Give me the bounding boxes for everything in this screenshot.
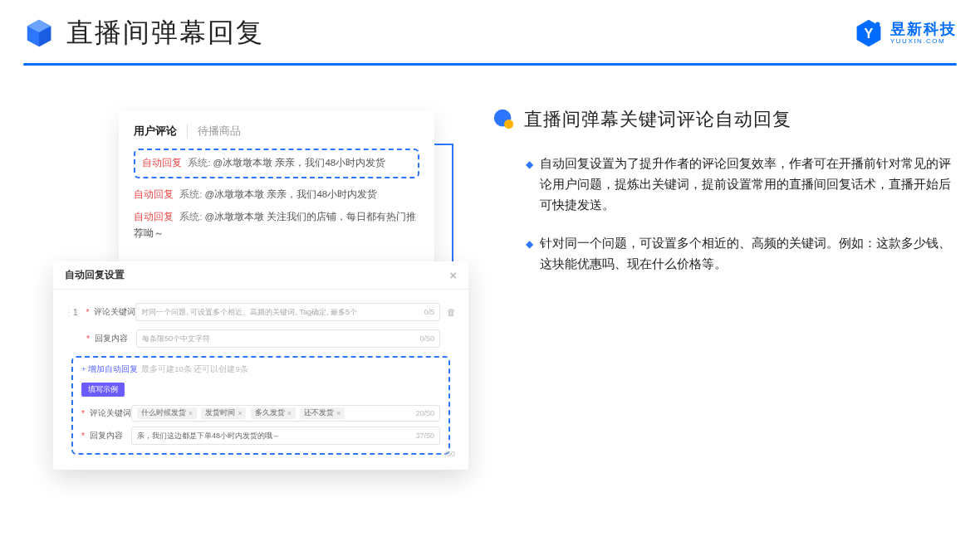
example-keyword-label: 评论关键词 — [90, 407, 131, 419]
logo: Y 昱新科技 YUUXIN.COM — [854, 18, 957, 48]
auto-reply-tag: 自动回复 — [142, 158, 182, 168]
tab-user-comments[interactable]: 用户评论 — [134, 124, 188, 139]
content-placeholder: 每条限50个中文字符 — [142, 334, 210, 344]
example-keyword-input[interactable]: 什么时候发货× 发货时间× 多久发货× 还不发货× 20/50 — [131, 405, 440, 422]
required-icon: * — [86, 308, 90, 317]
settings-card: 自动回复设置 × ⋮⋮ 1 * 评论关键词 对同一个问题, 可设置多个相近、高频… — [53, 261, 468, 470]
drag-icon[interactable]: ⋮⋮ — [65, 308, 70, 317]
logo-text: 昱新科技 — [890, 22, 957, 37]
add-reply-link[interactable]: + 增加自动回复最多可建10条 还可以创建9条 — [81, 364, 440, 375]
tab-products[interactable]: 待播商品 — [188, 124, 241, 139]
content-input[interactable]: 每条限50个中文字符 0/50 — [136, 329, 440, 348]
comment-text: @冰墩墩本墩 亲亲，我们48小时内发货 — [205, 189, 378, 199]
example-content-label: 回复内容 — [90, 430, 131, 441]
example-content-count: 37/50 — [415, 432, 434, 440]
section-title: 直播间弹幕关键词评论自动回复 — [524, 107, 791, 132]
logo-url: YUUXIN.COM — [890, 38, 957, 45]
keyword-count: 0/5 — [424, 308, 434, 316]
example-content-input[interactable]: 亲，我们这边都是下单48小时内发货的哦～ 37/50 — [131, 427, 440, 445]
extra-counter: /50 — [444, 450, 455, 458]
required-icon: * — [81, 409, 85, 418]
comment-text: @冰墩墩本墩 亲亲，我们48小时内发货 — [213, 158, 386, 168]
example-pill: 填写示例 — [81, 383, 125, 397]
example-content-text: 亲，我们这边都是下单48小时内发货的哦～ — [137, 431, 280, 441]
cube-icon — [23, 17, 55, 49]
row-index: 1 — [73, 308, 78, 317]
content-label: 回复内容 — [95, 333, 136, 344]
svg-point-7 — [504, 119, 513, 129]
keyword-tag[interactable]: 什么时候发货× — [137, 407, 197, 419]
svg-point-5 — [875, 22, 880, 27]
example-keyword-count: 20/50 — [415, 409, 434, 417]
paragraph-1: 自动回复设置为了提升作者的评论回复效率，作者可在开播前针对常见的评论用户问题，提… — [540, 154, 957, 215]
keyword-label: 评论关键词 — [94, 306, 135, 318]
required-icon: * — [81, 432, 85, 441]
keyword-placeholder: 对同一个问题, 可设置多个相近、高频的关键词, Tag确定, 最多5个 — [141, 307, 357, 318]
settings-title: 自动回复设置 — [65, 268, 125, 282]
paragraph-2: 针对同一个问题，可设置多个相近的、高频的关键词。例如：这款多少钱、这块能优惠吗、… — [540, 233, 957, 275]
content-count: 0/50 — [419, 334, 434, 343]
keyword-tag[interactable]: 发货时间× — [201, 407, 246, 419]
comment-highlight: 自动回复 系统: @冰墩墩本墩 亲亲，我们48小时内发货 — [134, 149, 419, 178]
page-title: 直播间弹幕回复 — [66, 15, 264, 51]
keyword-tag[interactable]: 多久发货× — [251, 407, 296, 419]
keyword-input[interactable]: 对同一个问题, 可设置多个相近、高频的关键词, Tag确定, 最多5个 0/5 — [135, 303, 440, 321]
bullet-icon: ◆ — [526, 157, 533, 173]
system-label: 系统: — [179, 212, 202, 222]
required-icon: * — [86, 334, 90, 344]
system-label: 系统: — [188, 158, 210, 168]
auto-reply-tag: 自动回复 — [134, 212, 174, 222]
keyword-tag[interactable]: 还不发货× — [300, 407, 345, 419]
example-block: + 增加自动回复最多可建10条 还可以创建9条 填写示例 * 评论关键词 什么时… — [71, 356, 450, 455]
auto-reply-tag: 自动回复 — [134, 189, 174, 199]
bullet-icon: ◆ — [526, 236, 533, 253]
comments-card: 用户评论 待播商品 自动回复 系统: @冰墩墩本墩 亲亲，我们48小时内发货 自… — [119, 110, 434, 265]
system-label: 系统: — [179, 189, 202, 199]
svg-text:Y: Y — [865, 26, 874, 41]
delete-icon[interactable]: 🗑 — [447, 307, 457, 317]
comment-text: @冰墩墩本墩 关注我们的店铺，每日都有热门推荐呦～ — [134, 212, 416, 238]
chat-bubble-icon — [492, 108, 516, 131]
close-icon[interactable]: × — [449, 268, 457, 282]
